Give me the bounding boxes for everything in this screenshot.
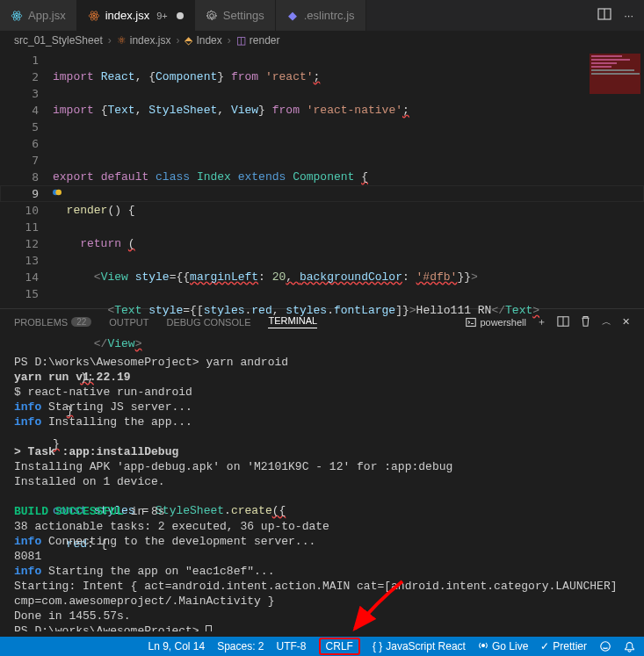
- tab-label: index.jsx: [105, 9, 150, 22]
- svg-point-15: [481, 644, 484, 646]
- class-icon: ⬘: [185, 34, 192, 47]
- svg-point-0: [16, 14, 18, 16]
- react-icon: [11, 10, 23, 22]
- code-content[interactable]: import React, {Component} from 'react'; …: [53, 50, 644, 308]
- svg-point-4: [92, 14, 94, 16]
- svg-point-16: [601, 642, 611, 652]
- minimap[interactable]: [590, 54, 640, 94]
- code-editor[interactable]: 123456789101112131415 import React, {Com…: [0, 50, 644, 308]
- tab-label: Settings: [223, 9, 264, 22]
- gear-icon: [206, 10, 218, 22]
- eslint-icon: ◆: [286, 10, 299, 22]
- braces-icon: { }: [373, 640, 382, 652]
- crumb-folder[interactable]: src_01_StyleSheet: [14, 34, 103, 47]
- react-icon: ⚛: [117, 34, 127, 47]
- tab-problem-badge: 9+: [156, 11, 168, 21]
- status-language-mode[interactable]: { }JavaScript React: [373, 640, 466, 652]
- modified-dot-icon: [177, 12, 184, 19]
- crumb-symbol[interactable]: ◫render: [236, 34, 280, 47]
- tab-bar-actions: ···: [587, 0, 644, 31]
- method-icon: ◫: [236, 34, 246, 47]
- status-notifications-icon[interactable]: [624, 641, 635, 652]
- tab-app-jsx[interactable]: App.jsx: [0, 0, 77, 31]
- status-indentation[interactable]: Spaces: 2: [217, 640, 264, 652]
- more-actions-icon[interactable]: ···: [624, 9, 633, 22]
- chevron-right-icon: ›: [228, 34, 231, 47]
- chevron-right-icon: ›: [108, 34, 112, 47]
- status-encoding[interactable]: UTF-8: [277, 640, 307, 652]
- status-bar: Ln 9, Col 14 Spaces: 2 UTF-8 CRLF { }Jav…: [0, 637, 644, 656]
- terminal-cursor: [206, 625, 212, 631]
- status-prettier[interactable]: ✓Prettier: [540, 640, 587, 652]
- status-line-column[interactable]: Ln 9, Col 14: [148, 640, 205, 652]
- status-go-live[interactable]: Go Live: [478, 640, 528, 653]
- editor-tab-bar: App.jsx index.jsx 9+ Settings ◆ .eslintr…: [0, 0, 644, 31]
- status-eol[interactable]: CRLF: [319, 638, 360, 655]
- breadcrumb[interactable]: src_01_StyleSheet › ⚛index.jsx › ⬘Index …: [0, 31, 644, 50]
- broadcast-icon: [478, 640, 488, 653]
- crumb-symbol[interactable]: ⬘Index: [185, 34, 221, 47]
- tab-index-jsx[interactable]: index.jsx 9+: [77, 0, 195, 31]
- tab-eslintrc[interactable]: ◆ .eslintrc.js: [276, 0, 366, 31]
- terminal-view[interactable]: PS D:\works\AwesomeProject> yarn android…: [0, 335, 644, 631]
- tab-label: App.jsx: [28, 9, 66, 22]
- react-icon: [88, 10, 100, 22]
- crumb-file[interactable]: ⚛index.jsx: [117, 34, 171, 47]
- check-icon: ✓: [540, 640, 549, 652]
- tab-settings[interactable]: Settings: [195, 0, 276, 31]
- chevron-right-icon: ›: [176, 34, 179, 47]
- split-editor-icon[interactable]: [597, 7, 611, 24]
- tab-label: .eslintrc.js: [304, 9, 355, 22]
- line-number-gutter: 123456789101112131415: [0, 50, 53, 308]
- status-feedback-icon[interactable]: [599, 640, 611, 652]
